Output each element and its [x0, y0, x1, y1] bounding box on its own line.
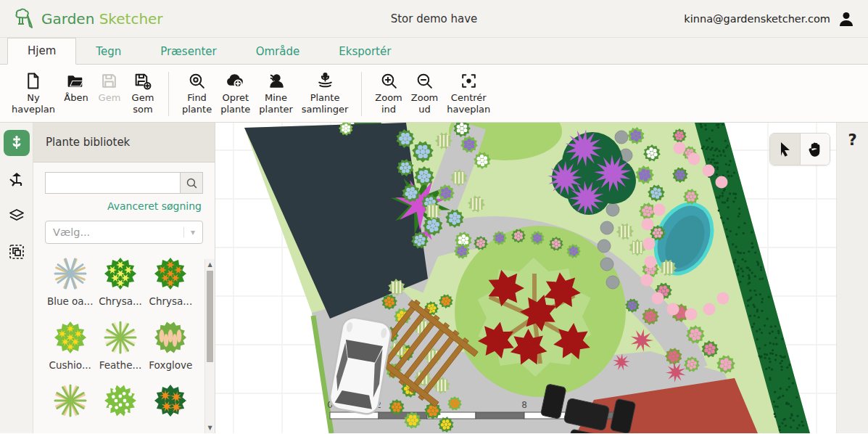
plant-item[interactable]: Cushio...	[45, 319, 95, 373]
save-as-button[interactable]: Gem som	[126, 70, 160, 116]
dark-orange-plant-icon	[152, 382, 189, 419]
canvas-tool-switch	[769, 133, 830, 165]
plant-flower-icon	[8, 134, 25, 152]
chevron-down-icon: ▾	[183, 227, 195, 237]
dotted-plant-icon	[102, 382, 139, 419]
stepping-stone[interactable]	[600, 258, 613, 271]
scrollbar-thumb[interactable]	[207, 271, 213, 362]
plant-library-panel: Plante bibliotek Avanceret søgning Vælg.…	[33, 123, 215, 433]
feather-plant-icon	[102, 319, 139, 356]
plant-item[interactable]	[146, 382, 196, 425]
create-plant-button[interactable]: Opret plante	[216, 70, 255, 116]
parasol-lounger-icon	[8, 171, 25, 188]
sidebar-item-selection[interactable]	[4, 239, 30, 265]
find-plant-icon	[188, 72, 206, 90]
toolbar-divider	[168, 72, 169, 116]
blue-oat-plant-icon	[52, 255, 88, 292]
scroll-down-icon[interactable]: ▼	[205, 425, 215, 431]
pink-flower[interactable]	[667, 303, 679, 316]
pink-flower[interactable]	[688, 153, 700, 165]
pink-flower[interactable]	[717, 292, 729, 305]
open-icon	[67, 72, 85, 90]
new-plan-button[interactable]: Ny haveplan	[7, 70, 59, 116]
new-plan-icon	[24, 72, 42, 90]
app-logo[interactable]: Garden Sketcher	[13, 8, 163, 30]
open-button[interactable]: Åben	[59, 70, 93, 105]
sidebar-item-furniture[interactable]	[4, 166, 30, 192]
pink-flower[interactable]	[716, 176, 728, 189]
plant-item[interactable]	[95, 382, 145, 425]
my-plants-button[interactable]: Mine planter	[255, 70, 297, 116]
plant-item-label: Chrysa...	[99, 295, 142, 307]
find-plant-button[interactable]: Find plante	[178, 70, 216, 116]
plant-item-label: Feathe...	[99, 359, 142, 371]
foxglove-plant-icon	[152, 319, 189, 356]
pointer-tool-button[interactable]	[770, 134, 800, 165]
plant-filter-select[interactable]: Vælg... ▾	[45, 221, 203, 244]
search-icon	[186, 177, 198, 189]
stepping-stone[interactable]	[598, 239, 611, 253]
sidebar-item-plant-library[interactable]	[4, 130, 30, 156]
cushion-plant-icon	[52, 319, 88, 356]
plant-item-label: Chrysa...	[149, 295, 192, 307]
top-bar: Garden Sketcher Stor demo have kinna@gar…	[0, 0, 868, 38]
save-as-icon	[133, 72, 152, 90]
pink-flower[interactable]	[642, 218, 654, 231]
pink-flower[interactable]	[674, 142, 686, 155]
my-plants-icon	[267, 72, 285, 90]
search-button[interactable]	[180, 172, 203, 194]
pink-flower[interactable]	[703, 303, 716, 316]
toolbar-divider	[361, 72, 362, 116]
garden-plan-canvas[interactable]: 02812m	[215, 123, 868, 433]
advanced-search-link[interactable]: Avanceret søgning	[46, 200, 202, 212]
save-button[interactable]: Gem	[93, 70, 126, 105]
garden-sketcher-logo-icon	[13, 8, 35, 30]
stepping-stone[interactable]	[615, 131, 628, 144]
zoom-out-button[interactable]: Zoom ud	[407, 70, 442, 116]
plant-collections-button[interactable]: Plante samlinger	[297, 70, 352, 116]
pink-flower[interactable]	[641, 274, 653, 287]
stepping-stone[interactable]	[606, 203, 619, 216]
save-icon	[100, 72, 118, 90]
plant-item-label: Cushio...	[49, 359, 91, 371]
panel-title: Plante bibliotek	[33, 123, 215, 163]
pink-flower[interactable]	[652, 292, 664, 305]
plant-item[interactable]: Blue oa...	[45, 255, 95, 309]
pink-flower[interactable]	[643, 238, 656, 250]
tab-tegn[interactable]: Tegn	[76, 39, 141, 65]
plant-grid: Blue oa...Chrysa...Chrysa...Cushio...Fea…	[45, 255, 203, 425]
garden-canvas-area: 02812m ?	[215, 123, 868, 433]
stepping-stone[interactable]	[606, 276, 619, 289]
plant-item[interactable]	[45, 382, 95, 425]
tab-omraade[interactable]: Område	[236, 39, 320, 65]
sidebar-tool-strip	[0, 123, 33, 433]
stepping-stone[interactable]	[600, 221, 613, 234]
plant-search-input[interactable]	[45, 172, 180, 194]
center-plan-button[interactable]: Centrér haveplan	[442, 70, 495, 116]
tab-eksporter[interactable]: Eksportér	[319, 39, 410, 65]
plant-item-label: Blue oa...	[47, 295, 94, 307]
pink-flower[interactable]	[653, 204, 666, 216]
ribbon-tabs: Hjem Tegn Præsenter Område Eksportér	[0, 38, 868, 65]
help-strip: ?	[836, 123, 868, 433]
plant-item[interactable]: Feathe...	[95, 319, 145, 373]
zoom-in-button[interactable]: Zoom ind	[371, 70, 406, 116]
pink-flower[interactable]	[645, 256, 657, 269]
tab-praesenter[interactable]: Præsenter	[141, 39, 236, 65]
pink-flower[interactable]	[703, 165, 715, 177]
sidebar-item-layers[interactable]	[4, 202, 30, 229]
layers-icon	[8, 207, 25, 224]
tab-hjem[interactable]: Hjem	[7, 38, 76, 65]
plant-item[interactable]: Chrysa...	[146, 255, 196, 309]
zoom-out-icon	[416, 72, 434, 90]
ribbon-toolbar: Ny haveplan Åben Gem Gem som Find plante…	[0, 65, 868, 123]
plant-grid-scrollbar[interactable]: ▲ ▼	[204, 259, 215, 433]
scroll-up-icon[interactable]: ▲	[205, 261, 215, 268]
pink-flower[interactable]	[685, 308, 698, 321]
plant-item[interactable]: Chrysa...	[95, 255, 145, 309]
pan-tool-button[interactable]	[800, 134, 830, 165]
plant-item[interactable]: Foxglove	[146, 319, 196, 373]
user-account-icon[interactable]	[838, 10, 855, 28]
brand-name: Garden Sketcher	[41, 10, 163, 28]
help-button[interactable]: ?	[848, 131, 856, 149]
